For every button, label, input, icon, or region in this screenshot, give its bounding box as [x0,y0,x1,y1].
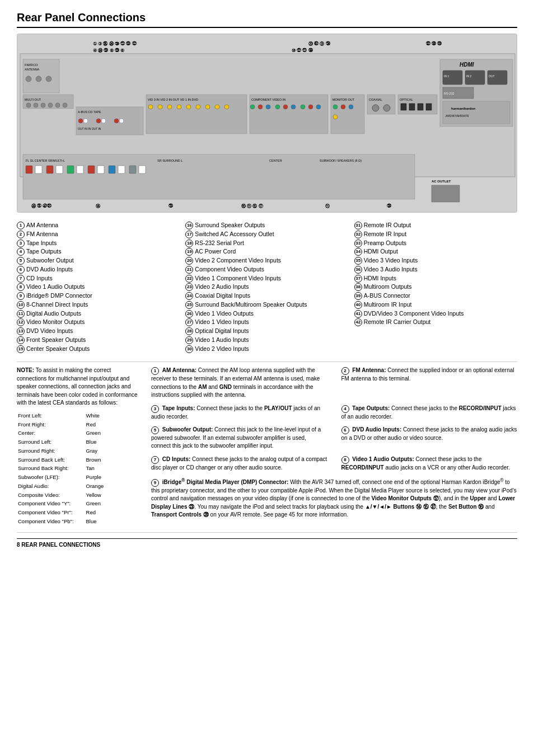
color-label: Component Video "Pb": [18,518,85,525]
list-item: 15 Center Speaker Outputs [17,345,180,354]
svg-point-50 [308,105,313,109]
list-item: 42 Remote IR Carrier Output [354,318,517,327]
color-label: Surround Back Right: [18,464,85,472]
svg-point-18 [48,103,53,107]
page-title: Rear Panel Connections [17,11,517,28]
svg-point-37 [196,105,200,109]
svg-text:⑳ ㊶ ⑨ ㉔: ⑳ ㊶ ⑨ ㉔ [308,41,331,46]
list-item: 29 Video 1 Audio Inputs [185,336,348,345]
svg-point-39 [215,105,219,109]
items-column-2: 16 Surround Speaker Outputs 17 Switched … [185,221,348,353]
list-item: 14 Front Speaker Outputs [17,336,180,345]
svg-rect-78 [443,101,510,124]
svg-point-43 [250,105,255,109]
list-item: 13 DVD Video Inputs [17,327,180,336]
svg-point-26 [101,119,106,123]
list-item: 27 Video 1 Video Inputs [185,318,348,327]
color-value: White [86,412,104,420]
svg-text:CENTER: CENTER [269,159,282,162]
svg-text:SUBWOOF/   SPEAKERS (8 Ω): SUBWOOF/ SPEAKERS (8 Ω) [320,159,362,162]
list-item: 22 Video 1 Component Video Inputs [185,274,348,283]
note-section: NOTE: To assist in making the correct co… [17,367,517,526]
color-value: Green [86,500,104,508]
svg-point-49 [301,105,305,109]
svg-point-36 [186,105,191,109]
color-value: Red [86,509,104,516]
svg-rect-105 [432,185,460,202]
svg-point-24 [83,119,88,123]
svg-rect-97 [139,166,146,173]
list-item: 7 CD Inputs [17,274,180,283]
svg-text:MONITOR OUT: MONITOR OUT [332,98,355,101]
svg-point-11 [36,76,41,82]
color-label: Surround Right: [18,447,85,455]
list-item: 2 FM Antenna [17,230,180,239]
svg-text:㉘: ㉘ [387,203,392,209]
page: Rear Panel Connections ① ③ ㉟ ㉚ ㉖ ㉗ ⑬ ⑫ ⑳… [0,0,534,756]
svg-rect-93 [97,166,104,173]
svg-text:A-BUS   CD   TAPE: A-BUS CD TAPE [78,110,101,114]
svg-rect-64 [401,104,406,110]
list-item: 9 iBridge® DMP Connector [17,292,180,300]
svg-point-12 [46,76,51,82]
list-item: 30 Video 2 Video Inputs [185,345,348,354]
svg-point-34 [167,105,172,109]
list-item: 35 Video 3 Video Inputs [354,256,517,265]
list-item: 24 Coaxial Digital Inputs [185,292,348,300]
list-item: 18 RS-232 Serial Port [185,239,348,248]
list-item: 5 Subwoofer Output [17,256,180,265]
svg-point-54 [333,105,338,109]
svg-text:OPTICAL: OPTICAL [400,98,413,101]
svg-rect-90 [67,166,74,173]
svg-rect-95 [118,166,125,173]
svg-point-28 [119,119,124,123]
color-label: Component Video "Pr": [18,509,85,516]
list-item: 34 HDMI Output [354,247,517,256]
svg-point-60 [372,105,379,111]
svg-text:IN 1: IN 1 [444,74,449,78]
color-value: Red [86,421,104,429]
color-label: Surround Left: [18,438,85,446]
svg-text:㊲ ⑱ ⑲: ㊲ ⑱ ⑲ [426,41,442,46]
list-item: 36 Video 3 Audio Inputs [354,265,517,274]
desc-fm-antenna: 2 FM Antenna: Connect the supplied indoo… [341,367,518,401]
list-item: 8 Video 1 Audio Outputs [17,283,180,292]
svg-text:㉝ ⑤ ㉜㉛: ㉝ ⑤ ㉜㉛ [31,203,52,209]
svg-text:COMPONENT VIDEO IN: COMPONENT VIDEO IN [251,98,285,101]
note-paragraph: NOTE: To assist in making the correct co… [17,367,140,407]
list-item: 4 Tape Outputs [17,247,180,256]
svg-text:AVR347/AVR347R: AVR347/AVR347R [446,114,469,118]
desc-video1-audio: 8 Video 1 Audio Outputs: Connect these j… [341,456,518,473]
svg-text:RS-232: RS-232 [444,92,455,95]
svg-text:ANTENNA: ANTENNA [25,68,40,71]
svg-rect-66 [418,104,423,110]
list-item: 26 Video 1 Video Outputs [185,309,348,318]
list-item: 39 A-BUS Connector [354,292,517,300]
svg-text:harman/kardon: harman/kardon [451,107,476,110]
svg-text:⑩ ㉒ ㉑ ㉞: ⑩ ㉒ ㉑ ㉞ [292,48,313,53]
svg-point-23 [78,119,83,123]
list-item: 41 DVD/Video 3 Component Video Inputs [354,309,517,318]
svg-rect-91 [77,166,83,173]
desc-tape-inputs: 3 Tape Inputs: Connect these jacks to th… [151,405,327,422]
desc-subwoofer: 5 Subwoofer Output: Connect this jack to… [151,426,327,452]
items-column-1: 1 AM Antenna 2 FM Antenna 3 Tape Inputs … [17,221,180,353]
svg-point-47 [283,105,288,109]
svg-text:HDMI: HDMI [460,62,474,68]
svg-point-25 [96,119,101,123]
svg-point-48 [291,105,296,109]
color-value: Blue [86,518,104,525]
desc-dvd-audio: 6 DVD Audio Inputs: Connect these jacks … [341,426,518,452]
svg-rect-67 [426,104,432,110]
svg-text:FL    SL   CENTER  SR/MULTI-L: FL SL CENTER SR/MULTI-L [26,159,65,162]
svg-rect-88 [46,166,53,173]
list-item: 33 Preamp Outputs [354,239,517,248]
list-item: 16 Surround Speaker Outputs [185,221,348,230]
color-value: Green [86,429,104,437]
svg-point-20 [63,103,67,107]
svg-point-32 [148,105,153,109]
list-item: 3 Tape Inputs [17,239,180,248]
color-label: Center: [18,429,85,437]
items-column-3: 31 Remote IR Output 32 Remote IR Input 3… [354,221,517,353]
svg-point-45 [266,105,270,109]
